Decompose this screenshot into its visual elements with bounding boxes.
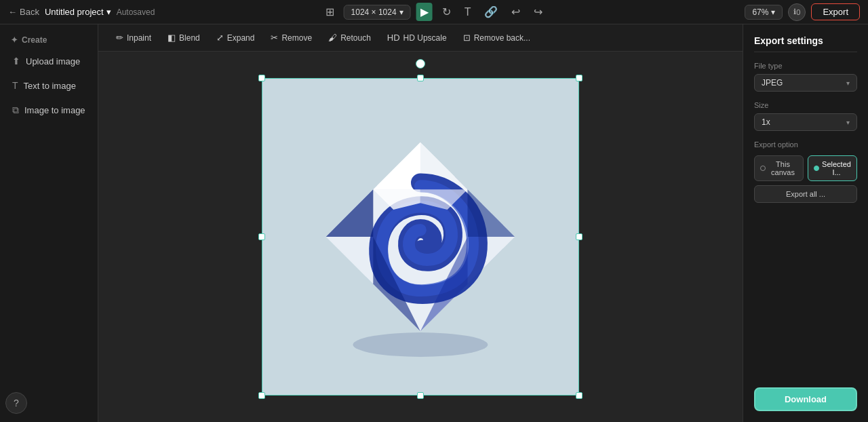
selected-label: Selected I... [822, 160, 851, 176]
project-name[interactable]: Untitled project ▾ [45, 7, 111, 17]
project-chevron-icon: ▾ [106, 7, 111, 17]
zoom-chevron: ▾ [771, 7, 775, 17]
svg-point-0 [353, 332, 488, 357]
file-type-chevron: ▾ [846, 79, 850, 87]
create-label: Create [22, 35, 47, 45]
settings-icon: ? [14, 398, 19, 408]
hd-icon: HD [387, 33, 400, 43]
canvas-size-text: 1024 × 1024 [351, 7, 397, 17]
size-group: Size 1x ▾ [754, 101, 857, 131]
resize-handle-tm[interactable] [417, 75, 424, 81]
link-button[interactable]: 🔗 [480, 3, 502, 21]
file-type-select[interactable]: JPEG ▾ [754, 74, 857, 92]
export-option-row-2: Export all ... [754, 185, 857, 203]
remove-bg-icon: ⊡ [463, 33, 471, 43]
canvas-image [262, 78, 579, 396]
sidebar-item-image-to-image[interactable]: ⧉ Image to image [5, 99, 92, 121]
canvas-size-button[interactable]: 1024 × 1024 ▾ [344, 5, 411, 20]
back-label: Back [20, 7, 39, 17]
svg-marker-13 [468, 189, 515, 237]
export-option-group: Export option This canvas Selected I... … [754, 140, 857, 203]
download-button[interactable]: Download [754, 387, 857, 411]
zoom-level-text: 67% [752, 7, 768, 17]
info-count: 0 [796, 8, 800, 16]
remove-button[interactable]: ✂ Remove [264, 30, 319, 45]
expand-icon: ⤢ [216, 33, 224, 43]
canvas-viewport[interactable]: ↻ [98, 52, 743, 422]
main-layout: ✦ Create ⬆ Upload image T Text to image … [0, 24, 868, 422]
inpaint-icon: ✏ [116, 33, 123, 43]
sidebar-item-upload[interactable]: ⬆ Upload image [5, 50, 92, 72]
size-value: 1x [762, 117, 770, 127]
resize-handle-tl[interactable] [258, 75, 265, 81]
resize-handle-mr[interactable] [576, 233, 583, 240]
this-canvas-button[interactable]: This canvas [754, 155, 804, 181]
resize-handle-ml[interactable] [258, 233, 265, 240]
upscale-button[interactable]: HD HD Upscale [380, 30, 454, 45]
this-canvas-label: This canvas [768, 160, 797, 176]
export-panel: Export settings File type JPEG ▾ Size 1x… [743, 24, 868, 422]
back-button[interactable]: ← Back [8, 7, 39, 17]
blend-icon: ◧ [167, 33, 176, 43]
blend-button[interactable]: ◧ Blend [161, 30, 207, 45]
create-icon: ✦ [11, 35, 18, 45]
rotate-handle[interactable]: ↻ [416, 59, 425, 69]
topbar-right: 67% ▾ ℹ 0 Export [745, 3, 860, 21]
upscale-label: HD Upscale [403, 33, 447, 43]
export-all-button[interactable]: Export all ... [754, 185, 857, 203]
sidebar-item-text-to-image[interactable]: T Text to image [5, 75, 92, 96]
inpaint-button[interactable]: ✏ Inpaint [109, 30, 158, 45]
canvas-size-chevron: ▾ [399, 7, 403, 17]
size-label: Size [754, 101, 857, 109]
inpaint-label: Inpaint [127, 33, 151, 43]
rotate-button[interactable]: ↻ [438, 3, 455, 21]
export-button[interactable]: Export [811, 3, 860, 20]
resize-handle-bl[interactable] [258, 392, 265, 399]
retouch-label: Retouch [340, 33, 371, 43]
info-badge[interactable]: ℹ 0 [788, 3, 806, 21]
canvas-image-container[interactable]: ↻ [262, 78, 579, 396]
autosaved-label: Autosaved [117, 7, 155, 17]
retouch-button[interactable]: 🖌 Retouch [321, 30, 378, 45]
resize-handle-br[interactable] [576, 392, 583, 399]
grid-tool-button[interactable]: ⊞ [321, 3, 338, 21]
resize-handle-bm[interactable] [417, 392, 424, 399]
expand-label: Expand [227, 33, 255, 43]
sidebar-create-heading: ✦ Create [5, 33, 92, 47]
play-button[interactable]: ▶ [416, 3, 433, 21]
remove-bg-label: Remove back... [474, 33, 530, 43]
artwork-svg [285, 102, 555, 372]
retouch-icon: 🖌 [328, 33, 337, 43]
upload-icon: ⬆ [12, 56, 20, 66]
export-option-row-1: This canvas Selected I... [754, 155, 857, 181]
this-canvas-radio [760, 166, 766, 171]
zoom-button[interactable]: 67% ▾ [745, 5, 783, 20]
settings-button[interactable]: ? [5, 392, 27, 414]
file-type-value: JPEG [762, 78, 783, 88]
project-name-text: Untitled project [45, 7, 104, 17]
remove-bg-button[interactable]: ⊡ Remove back... [456, 30, 537, 45]
undo-button[interactable]: ↩ [507, 3, 524, 21]
expand-button[interactable]: ⤢ Expand [210, 30, 262, 45]
text-tool-button[interactable]: T [460, 3, 475, 21]
canvas-toolbar: ✏ Inpaint ◧ Blend ⤢ Expand ✂ Remove 🖌 Re… [98, 24, 743, 52]
selected-radio [814, 166, 819, 171]
size-chevron: ▾ [846, 119, 850, 126]
text-to-image-icon: T [12, 80, 18, 91]
topbar: ← Back Untitled project ▾ Autosaved ⊞ 10… [0, 0, 868, 24]
text-to-image-label: Text to image [24, 81, 76, 91]
canvas-area: ✏ Inpaint ◧ Blend ⤢ Expand ✂ Remove 🖌 Re… [98, 24, 743, 422]
size-select[interactable]: 1x ▾ [754, 113, 857, 131]
file-type-group: File type JPEG ▾ [754, 62, 857, 92]
topbar-left: ← Back Untitled project ▾ Autosaved [8, 7, 155, 17]
sidebar-footer: ? [5, 392, 92, 414]
export-options-grid: This canvas Selected I... Export all ... [754, 155, 857, 203]
blend-label: Blend [179, 33, 200, 43]
selected-button[interactable]: Selected I... [808, 155, 857, 181]
image-to-image-icon: ⧉ [12, 104, 19, 116]
resize-handle-tr[interactable] [576, 75, 583, 81]
image-to-image-label: Image to image [24, 105, 85, 115]
remove-label: Remove [281, 33, 312, 43]
back-icon: ← [8, 7, 17, 17]
redo-button[interactable]: ↪ [530, 3, 547, 21]
